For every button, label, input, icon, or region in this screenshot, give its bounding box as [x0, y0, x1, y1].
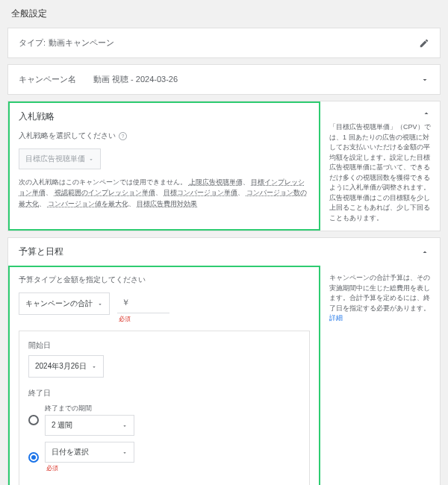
required-label: 必須 [46, 464, 134, 472]
campaign-name-value: 動画 視聴 - 2024-03-26 [93, 74, 420, 85]
bidding-prompt: 入札戦略を選択してください [19, 131, 116, 141]
date-settings: 開始日 2024年3月26日 終了日 終了までの期間 2 週間 [19, 331, 310, 485]
caret-down-icon [91, 363, 97, 369]
edit-icon[interactable] [419, 38, 429, 48]
start-date-label: 開始日 [28, 340, 300, 351]
date-radio[interactable] [28, 452, 39, 463]
end-date-label: 終了日 [28, 388, 300, 398]
bidding-help-text: 「目標広告視聴単価」（CPV）では、1 回あたりの広告の視聴に対してお支払いいた… [329, 122, 431, 223]
chevron-up-icon[interactable] [420, 248, 429, 257]
chevron-down-icon [420, 75, 429, 84]
caret-down-icon [122, 422, 128, 428]
bidding-title: 入札戦略 [19, 110, 55, 123]
budget-title: 予算と日程 [19, 245, 63, 258]
type-label: タイプ: [19, 37, 46, 48]
budget-amount-input[interactable]: ￥ [117, 292, 169, 313]
help-icon[interactable]: ? [119, 132, 127, 140]
type-card[interactable]: タイプ: 動画キャンペーン [7, 28, 441, 58]
bidding-section: 入札戦略 入札戦略を選択してください ? 目標広告視聴単価 次の入札戦略はこのキ… [7, 101, 441, 231]
required-label: 必須 [119, 315, 169, 323]
start-date-select[interactable]: 2024年3月26日 [28, 355, 104, 378]
caret-down-icon [97, 301, 103, 307]
details-link[interactable]: 詳細 [329, 314, 343, 322]
budget-help-text: キャンペーンの合計予算は、その実施期間中に生じた総費用を表します。合計予算を定め… [329, 274, 430, 312]
duration-radio[interactable] [28, 415, 39, 425]
budget-section: 予算と日程 予算タイプと金額を指定してください キャンペーンの合計 ￥ [7, 237, 441, 485]
duration-label: 終了までの期間 [45, 404, 134, 413]
chevron-up-icon[interactable] [422, 109, 431, 118]
campaign-name-card[interactable]: キャンペーン名 動画 視聴 - 2024-03-26 [7, 64, 441, 95]
duration-select[interactable]: 2 週間 [45, 415, 134, 436]
page-title: 全般設定 [0, 0, 448, 28]
end-date-select[interactable]: 日付を選択 [45, 442, 134, 463]
chevron-down-icon [88, 156, 94, 162]
caret-down-icon [122, 449, 128, 455]
budget-type-select[interactable]: キャンペーンの合計 [19, 292, 110, 315]
campaign-name-label: キャンペーン名 [19, 74, 93, 85]
budget-prompt: 予算タイプと金額を指定してください [19, 275, 310, 285]
bidding-strategy-select[interactable]: 目標広告視聴単価 [19, 148, 101, 169]
bidding-note: 次の入札戦略はこのキャンペーンでは使用できません。 上限広告視聴単価、 目標イン… [19, 177, 310, 209]
type-value: 動画キャンペーン [49, 37, 114, 48]
